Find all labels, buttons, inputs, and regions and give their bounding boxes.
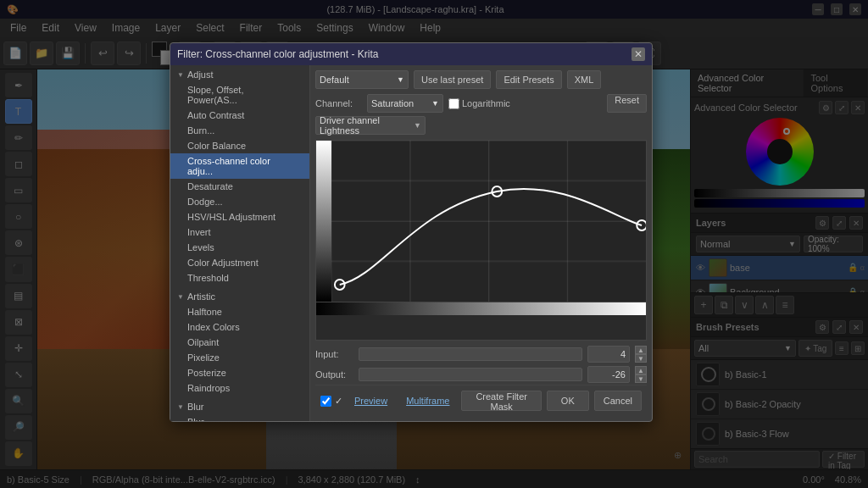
artistic-arrow: ▼: [177, 293, 184, 301]
dialog-footer: ✓ Preview Multiframe Create Filter Mask …: [315, 385, 647, 416]
modal-overlay: Filter: Cross-channel color adjustment -…: [0, 0, 868, 488]
ok-btn[interactable]: OK: [547, 391, 589, 411]
curve-svg: [331, 141, 646, 302]
filter-oilpaint[interactable]: Oilpaint: [170, 335, 309, 350]
input-bar[interactable]: [359, 347, 582, 361]
dialog-top-controls: Default ▼ Use last preset Edit Presets X…: [315, 70, 647, 89]
filter-section-artistic: ▼ Artistic Halftone Index Colors Oilpain…: [170, 287, 309, 397]
input-row: Input: 4 ▲ ▼: [315, 344, 647, 364]
preview-checkbox[interactable]: ✓: [320, 396, 342, 407]
curve-svg-container: [316, 141, 646, 302]
channel-value: Saturation: [371, 98, 414, 108]
xml-label: XML: [575, 75, 594, 85]
blur-label: Blur: [187, 402, 204, 412]
artistic-section-header[interactable]: ▼ Artistic: [170, 289, 309, 304]
multiframe-btn[interactable]: Multiframe: [399, 391, 456, 410]
output-down[interactable]: ▼: [635, 374, 647, 383]
cancel-label: Cancel: [604, 396, 632, 406]
filter-blur[interactable]: Blur: [170, 414, 309, 421]
input-value: 4: [587, 346, 630, 363]
filter-levels[interactable]: Levels: [170, 240, 309, 255]
curve-bottom-gradient: [316, 302, 646, 315]
curve-left-gradient: [316, 141, 331, 302]
use-last-btn[interactable]: Use last preset: [414, 70, 491, 89]
use-last-label: Use last preset: [421, 75, 483, 85]
channel-label: Channel:: [315, 98, 362, 108]
filter-section-blur: ▼ Blur Blur Gaussian Blur Lens Blur Moti…: [170, 397, 309, 421]
output-label: Output:: [315, 369, 353, 380]
channel-arrow: ▼: [431, 99, 439, 108]
logarithmic-checkbox[interactable]: Logarithmic: [448, 98, 510, 109]
filter-posterize[interactable]: Posterize: [170, 365, 309, 380]
preview-label: Preview: [354, 396, 387, 406]
filter-slope[interactable]: Slope, Offset, Power(AS...: [170, 82, 309, 108]
output-row: Output: -26 ▲ ▼: [315, 364, 647, 385]
filter-raindrops[interactable]: Raindrops: [170, 380, 309, 396]
input-num: 4: [620, 349, 626, 359]
output-num: -26: [612, 369, 626, 380]
filter-dialog: Filter: Cross-channel color adjustment -…: [170, 42, 653, 422]
filter-coloradj[interactable]: Color Adjustment: [170, 255, 309, 270]
output-value: -26: [587, 366, 630, 383]
input-label: Input:: [315, 349, 353, 359]
dialog-title: Filter: Cross-channel color adjustment -…: [177, 48, 378, 60]
filter-hsvhsl[interactable]: HSV/HSL Adjustment: [170, 209, 309, 225]
filter-desaturate[interactable]: Desaturate: [170, 179, 309, 194]
filter-pixelize[interactable]: Pixelize: [170, 350, 309, 365]
xml-btn[interactable]: XML: [567, 70, 602, 89]
input-spinner[interactable]: ▲ ▼: [635, 346, 647, 363]
reset-btn[interactable]: Reset: [607, 94, 647, 113]
driver-arrow: ▼: [414, 121, 421, 130]
filter-indexcolors[interactable]: Index Colors: [170, 319, 309, 335]
filter-crosschannel[interactable]: Cross-channel color adju...: [170, 153, 309, 179]
dialog-close-btn[interactable]: ✕: [632, 47, 645, 61]
filter-threshold[interactable]: Threshold: [170, 270, 309, 286]
ok-label: OK: [561, 396, 575, 406]
adjust-arrow: ▼: [177, 71, 184, 79]
artistic-label: Artistic: [187, 291, 215, 302]
filter-invert[interactable]: Invert: [170, 225, 309, 240]
driver-label: Driver channel Lightness: [320, 115, 414, 136]
create-filter-mask-btn[interactable]: Create Filter Mask: [461, 391, 541, 411]
input-down[interactable]: ▼: [635, 354, 647, 363]
input-up[interactable]: ▲: [635, 346, 647, 354]
preview-check-label: ✓: [335, 396, 342, 407]
dialog-sidebar: ▼ Adjust Slope, Offset, Power(AS... Auto…: [170, 65, 310, 421]
preset-arrow: ▼: [397, 75, 404, 84]
blur-section-header[interactable]: ▼ Blur: [170, 399, 309, 414]
blur-arrow: ▼: [177, 403, 184, 411]
preview-btn[interactable]: Preview: [348, 391, 394, 410]
multiframe-label: Multiframe: [406, 396, 449, 406]
adjust-section-header[interactable]: ▼ Adjust: [170, 67, 309, 82]
reset-label: Reset: [615, 95, 639, 105]
preset-dropdown[interactable]: Default ▼: [315, 70, 409, 89]
filter-halftone[interactable]: Halftone: [170, 304, 309, 319]
filter-autocontrast[interactable]: Auto Contrast: [170, 108, 309, 123]
log-label: Logarithmic: [462, 98, 510, 108]
output-up[interactable]: ▲: [635, 366, 647, 374]
adjust-label: Adjust: [187, 69, 214, 80]
cancel-btn[interactable]: Cancel: [594, 391, 642, 411]
output-spinner[interactable]: ▲ ▼: [635, 366, 647, 383]
filter-colorbalance[interactable]: Color Balance: [170, 138, 309, 153]
driver-channel-row: Driver channel Lightness ▼: [315, 116, 647, 135]
filter-section-adjust: ▼ Adjust Slope, Offset, Power(AS... Auto…: [170, 65, 309, 287]
channel-dropdown[interactable]: Saturation ▼: [367, 94, 443, 113]
driver-dropdown[interactable]: Driver channel Lightness ▼: [315, 116, 426, 135]
edit-presets-btn[interactable]: Edit Presets: [496, 70, 561, 89]
curve-editor[interactable]: [315, 140, 647, 341]
dialog-content: Default ▼ Use last preset Edit Presets X…: [310, 65, 652, 421]
preview-check-input[interactable]: [320, 396, 331, 407]
edit-presets-label: Edit Presets: [504, 75, 554, 85]
filter-dodge[interactable]: Dodge...: [170, 194, 309, 209]
preset-label: Default: [320, 75, 349, 85]
dialog-body: ▼ Adjust Slope, Offset, Power(AS... Auto…: [170, 65, 652, 421]
output-bar[interactable]: [359, 368, 582, 381]
create-mask-label: Create Filter Mask: [476, 391, 527, 412]
filter-burn[interactable]: Burn...: [170, 123, 309, 138]
dialog-titlebar: Filter: Cross-channel color adjustment -…: [170, 43, 652, 65]
channel-row: Channel: Saturation ▼ Logarithmic Reset: [315, 94, 647, 113]
log-check[interactable]: [448, 98, 459, 109]
